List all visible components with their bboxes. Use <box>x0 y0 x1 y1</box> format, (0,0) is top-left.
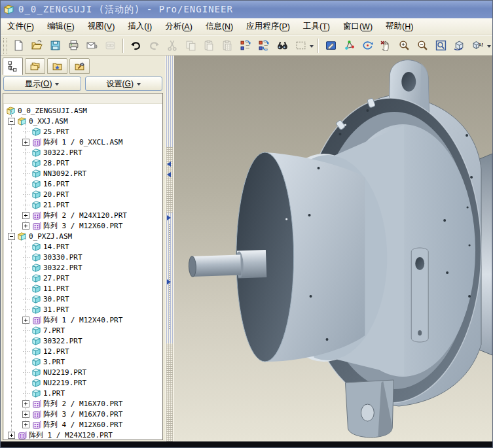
tree-item-label[interactable]: 阵列 4 / M12X60.PRT <box>43 420 122 430</box>
tree-indent <box>3 231 8 241</box>
folder-browser-tab[interactable] <box>25 58 45 74</box>
expand-plus-icon[interactable] <box>22 411 29 418</box>
expand-plus-icon[interactable] <box>22 317 29 324</box>
tree-item: 11.PRT <box>3 283 162 294</box>
expand-plus-icon[interactable] <box>22 400 29 407</box>
expand-right-icon[interactable] <box>167 215 171 220</box>
expand-right-icon[interactable] <box>167 279 171 284</box>
menu-insert[interactable]: 插入(I) <box>121 18 158 35</box>
datum-display-button[interactable] <box>341 37 358 54</box>
menu-help[interactable]: 帮助(H) <box>379 18 420 35</box>
menu-info[interactable]: 信息(N) <box>199 18 240 35</box>
settings-menu-button[interactable]: 设置(G) <box>85 77 163 91</box>
tree-item-label[interactable]: 30322.PRT <box>43 337 82 345</box>
spin-center-button[interactable] <box>359 37 376 54</box>
tree-item-label[interactable]: 阵列 1 / M24X120.PRT <box>29 430 113 440</box>
chevron-down-icon[interactable] <box>310 45 314 50</box>
tree-item-label[interactable]: 30330.PRT <box>43 253 82 262</box>
splitter-handle[interactable] <box>166 343 173 441</box>
part-icon <box>31 294 41 304</box>
zoom-out-button[interactable] <box>414 37 431 54</box>
tree-item-label[interactable]: 28.PRT <box>43 159 69 167</box>
splitter-handle[interactable] <box>166 147 173 213</box>
tree-item-label[interactable]: 0_XXJ.ASM <box>29 117 68 126</box>
show-menu-label: 显示(O) <box>25 78 52 90</box>
new-file-button[interactable] <box>10 37 27 54</box>
tree-item-label[interactable]: 30.PRT <box>43 295 69 303</box>
tree-item: 阵列 3 / M16X70.PRT <box>3 409 162 419</box>
expand-plus-icon[interactable] <box>22 421 29 428</box>
expand-plus-icon[interactable] <box>22 212 29 219</box>
tree-indent <box>3 241 22 252</box>
tree-item-label[interactable]: 阵列 2 / M16X70.PRT <box>43 399 122 409</box>
zoom-in-button[interactable] <box>396 37 413 54</box>
tree-item-label[interactable]: 25.PRT <box>43 128 69 136</box>
connections-tab[interactable] <box>69 58 90 74</box>
tree-item-label[interactable]: NU2219.PRT <box>43 368 86 377</box>
collapse-left-icon[interactable] <box>167 172 171 177</box>
tree-item-label[interactable]: 16.PRT <box>43 180 69 188</box>
refit-button[interactable] <box>433 37 450 54</box>
tree-item-label[interactable]: 14.PRT <box>43 243 69 251</box>
find-button[interactable] <box>274 37 291 54</box>
reorient-button[interactable] <box>451 37 468 54</box>
saved-views-button[interactable]: AB <box>469 37 486 54</box>
menu-edit[interactable]: 编辑(E) <box>41 18 81 35</box>
show-menu-button[interactable]: 显示(O) <box>3 77 81 91</box>
tree-item-label[interactable]: NN3092.PRT <box>43 169 86 178</box>
print-button[interactable] <box>65 37 82 54</box>
model-tree-tab[interactable] <box>3 58 23 75</box>
tree-item-label[interactable]: 阵列 2 / M24X120.PRT <box>43 211 127 220</box>
menu-window[interactable]: 窗口(W) <box>337 18 379 35</box>
expand-plus-icon[interactable] <box>22 222 29 230</box>
chevron-down-icon[interactable] <box>487 45 491 50</box>
tree-item-label[interactable]: 30322.PRT <box>43 264 82 272</box>
tree-item-label[interactable]: 21.PRT <box>43 201 69 209</box>
undo-button[interactable] <box>127 37 144 54</box>
select-box-button[interactable] <box>292 37 309 54</box>
tree-item-label[interactable]: 阵列 1 / M12X40.PRT <box>43 315 122 325</box>
collapse-minus-icon[interactable] <box>8 233 15 240</box>
tree-item-label[interactable]: 阵列 3 / M12X60.PRT <box>43 221 122 231</box>
panel-splitter[interactable] <box>165 56 174 443</box>
part-icon <box>31 252 41 262</box>
menu-applications[interactable]: 应用程序(P) <box>240 18 297 35</box>
tree-item-label[interactable]: 20.PRT <box>43 190 69 199</box>
tree-item-label[interactable]: 11.PRT <box>43 284 69 293</box>
tree-item-label[interactable]: 7.PRT <box>43 326 65 335</box>
tree-item-label[interactable]: 12.PRT <box>43 347 69 356</box>
custom-regenerate-button[interactable] <box>255 37 272 54</box>
tree-item-label[interactable]: 0_0_ZENGSUJI.ASM <box>18 107 87 115</box>
tree-item-label[interactable]: 31.PRT <box>43 305 69 314</box>
save-button[interactable] <box>47 37 64 54</box>
collapse-left-icon[interactable] <box>167 162 171 167</box>
menu-file[interactable]: 文件(F) <box>1 18 41 35</box>
tree-item-label[interactable]: 3.PRT <box>43 358 65 366</box>
part-icon <box>31 127 41 137</box>
tree-item-label[interactable]: 阵列 1 / 0_XXCL.ASM <box>43 137 122 147</box>
favorites-tab[interactable] <box>47 58 67 74</box>
graphics-viewport[interactable] <box>174 56 492 443</box>
pan-zoom-button[interactable] <box>378 37 395 54</box>
tree-item-label[interactable]: 30322.PRT <box>43 148 82 157</box>
assembly-app-icon <box>3 4 14 15</box>
open-button[interactable] <box>29 37 46 54</box>
navigator-tabs <box>1 56 165 75</box>
regenerate-button[interactable] <box>237 37 254 54</box>
tree-item-label[interactable]: 1.PRT <box>43 389 65 398</box>
expand-plus-icon[interactable] <box>22 139 29 146</box>
toolbar-grip[interactable] <box>3 38 7 54</box>
menu-analysis[interactable]: 分析(A) <box>158 18 199 35</box>
tree-item-label[interactable]: NU2219.PRT <box>43 379 86 387</box>
menu-tools[interactable]: 工具(T) <box>297 18 337 35</box>
tree-item-label[interactable]: 0_PXZJ.ASM <box>29 232 72 241</box>
tree-item-label[interactable]: 27.PRT <box>43 274 69 283</box>
send-email-button[interactable] <box>84 37 101 54</box>
menu-view[interactable]: 视图(V) <box>81 18 122 35</box>
tree-item-label[interactable]: 阵列 3 / M16X70.PRT <box>43 409 122 419</box>
proe-window: 0_0_ZENGSUJI (活动的) - Pro/ENGINEER 文件(F)编… <box>0 0 493 448</box>
repaint-icon <box>325 40 337 51</box>
collapse-minus-icon[interactable] <box>8 118 15 125</box>
expand-plus-icon[interactable] <box>8 432 15 439</box>
repaint-button[interactable] <box>322 37 339 54</box>
